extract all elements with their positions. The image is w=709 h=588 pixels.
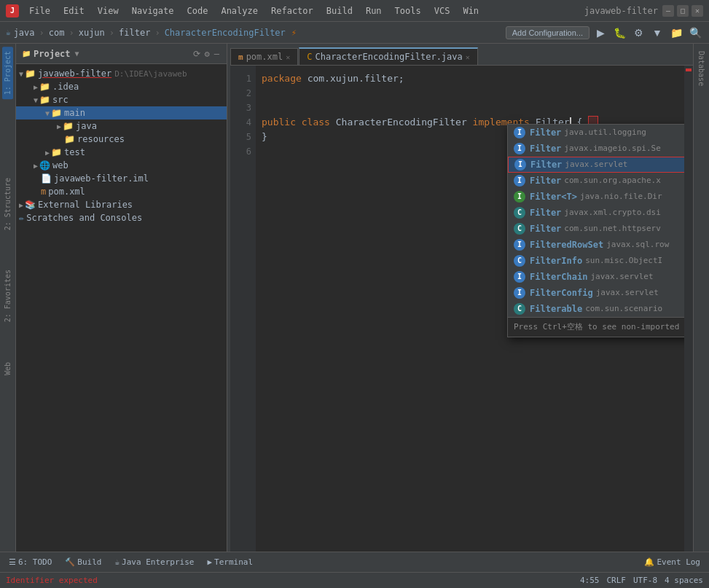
status-encoding[interactable]: UTF-8 [633, 576, 657, 585]
tree-idea[interactable]: ▶ 📁 .idea [16, 80, 227, 93]
ac-icon-7: I [514, 239, 525, 251]
menu-build[interactable]: Build [321, 4, 359, 17]
menu-file[interactable]: File [23, 4, 56, 17]
tab-java[interactable]: C CharacterEncodingFilter.java ✕ [299, 47, 478, 65]
search-button[interactable]: 🔍 [687, 25, 703, 41]
ac-keyword-8: FilterInfo [530, 254, 582, 268]
ac-package-4: java.nio.file.Dir [580, 189, 662, 204]
structure-tab[interactable]: 2: Structure [2, 173, 13, 235]
navigate-icon[interactable]: ⚡ [291, 28, 297, 38]
tree-src[interactable]: ▼ 📁 src [16, 93, 227, 106]
ac-item-2[interactable]: I Filter javax.servlet [508, 157, 684, 173]
minus-icon[interactable]: — [213, 47, 221, 60]
project-tree: ▼ 📁 javaweb-filter D:\IDEA\javaweb ▶ 📁 .… [16, 64, 227, 552]
menu-win[interactable]: Win [457, 4, 485, 17]
menu-edit[interactable]: Edit [58, 4, 90, 17]
ac-item-7[interactable]: I FilteredRowSet javax.sql.row [508, 237, 684, 253]
ac-item-4[interactable]: I Filter<T> java.nio.file.Dir [508, 189, 684, 205]
settings-icon[interactable]: ⚙ [630, 25, 646, 41]
menu-run[interactable]: Run [360, 4, 388, 17]
menu-analyze[interactable]: Analyze [215, 4, 264, 17]
code-editor: 1 2 3 4 5 6 package com.xujun.filter; pu… [230, 66, 693, 552]
autocomplete-dropdown[interactable]: I Filter java.util.logging I Filter java… [507, 124, 684, 337]
maximize-button[interactable]: □ [677, 5, 689, 17]
favorites-tab[interactable]: 2: Favorites [2, 265, 13, 326]
ac-icon-8: C [514, 255, 525, 267]
ac-item-8[interactable]: C FilterInfo sun.misc.ObjectI [508, 253, 684, 269]
error-stripe [684, 66, 693, 552]
todo-button[interactable]: ☰ 6: TODO [6, 556, 55, 568]
tab-pom[interactable]: m pom.xml ✕ [230, 48, 298, 65]
project-header-icons: ⟳ ⚙ — [192, 47, 221, 60]
bottom-toolbar: ☰ 6: TODO 🔨 Build ☕ Java Enterprise ▶ Te… [0, 552, 709, 572]
right-panel: Database [693, 44, 709, 552]
editor-area: m pom.xml ✕ C CharacterEncodingFilter.ja… [230, 44, 693, 552]
ac-keyword-1: Filter [530, 141, 561, 156]
ac-icon-1: I [514, 143, 525, 154]
menu-tools[interactable]: Tools [389, 4, 427, 17]
minimize-button[interactable]: — [662, 5, 674, 17]
sync-icon[interactable]: ⟳ [192, 47, 202, 60]
project-panel: 📁 Project ▼ ⟳ ⚙ — ▼ 📁 javaweb-filter D:\… [16, 44, 227, 552]
close-button[interactable]: ✕ [692, 5, 703, 17]
database-tab[interactable]: Database [696, 47, 707, 90]
status-line-ending[interactable]: CRLF [606, 576, 626, 585]
menu-vcs[interactable]: VCS [428, 4, 456, 17]
status-position[interactable]: 4:55 [580, 576, 600, 585]
title-bar: J File Edit View Navigate Code Analyze R… [0, 0, 709, 22]
breadcrumb-class[interactable]: CharacterEncodingFilter [165, 28, 286, 38]
ac-package-0: java.util.logging [564, 125, 646, 140]
breadcrumb-com[interactable]: com [49, 28, 65, 38]
tree-iml[interactable]: 📄 javaweb-filter.iml [16, 172, 227, 185]
ac-package-11: com.sun.scenario [585, 302, 662, 316]
tab-java-close[interactable]: ✕ [466, 53, 470, 61]
code-line-2 [262, 86, 678, 101]
breadcrumb-filter[interactable]: filter [119, 28, 150, 38]
tree-scratches[interactable]: ✏️ Scratches and Consoles [16, 211, 227, 224]
todo-label: 6: TODO [18, 557, 52, 567]
run-config-button[interactable]: Add Configuration... [506, 26, 589, 39]
java-enterprise-button[interactable]: ☕ Java Enterprise [111, 556, 197, 568]
menu-view[interactable]: View [92, 4, 125, 17]
menu-navigate[interactable]: Navigate [126, 4, 180, 17]
ac-item-5[interactable]: C Filter javax.xml.crypto.dsi [508, 205, 684, 221]
ac-item-9[interactable]: I FilterChain javax.servlet [508, 269, 684, 285]
tab-pom-close[interactable]: ✕ [286, 53, 290, 61]
tree-resources[interactable]: 📁 resources [16, 133, 227, 146]
debug-button[interactable]: 🐛 [611, 25, 627, 41]
event-log-button[interactable]: 🔔 Event Log [641, 556, 703, 568]
run-button[interactable]: ▶ [592, 25, 608, 41]
window-title: javaweb-filter [584, 6, 658, 16]
folder-button[interactable]: 📁 [668, 25, 684, 41]
ac-item-3[interactable]: I Filter com.sun.org.apache.x [508, 173, 684, 189]
dropdown-button[interactable]: ▼ [649, 25, 665, 41]
web-tab[interactable]: Web [2, 358, 13, 380]
build-button[interactable]: 🔨 Build [62, 556, 104, 568]
tree-web[interactable]: ▶ 🌐 web [16, 159, 227, 172]
breadcrumb-xujun[interactable]: xujun [79, 28, 105, 38]
line-numbers: 1 2 3 4 5 6 [230, 66, 256, 552]
ac-item-1[interactable]: I Filter javax.imageio.spi.Se [508, 141, 684, 157]
ac-icon-5: C [514, 207, 525, 219]
ac-item-0[interactable]: I Filter java.util.logging [508, 125, 684, 141]
tree-test[interactable]: ▶ 📁 test [16, 146, 227, 159]
ac-item-10[interactable]: I FilterConfig javax.servlet [508, 285, 684, 301]
menu-refactor[interactable]: Refactor [265, 4, 319, 17]
status-indent[interactable]: 4 spaces [665, 576, 703, 585]
project-tab[interactable]: 1: Project [2, 47, 13, 99]
ac-keyword-11: Filterable [530, 302, 582, 316]
ac-keyword-4: Filter<T> [530, 189, 577, 204]
tree-ext-libs[interactable]: ▶ 📚 External Libraries [16, 198, 227, 211]
code-content[interactable]: package com.xujun.filter; public class C… [256, 66, 684, 552]
java-file-icon: C [307, 52, 312, 62]
ac-item-11[interactable]: C Filterable com.sun.scenario [508, 301, 684, 317]
tree-root[interactable]: ▼ 📁 javaweb-filter D:\IDEA\javaweb [16, 67, 227, 80]
tree-main[interactable]: ▼ 📁 main [16, 106, 227, 119]
terminal-button[interactable]: ▶ Terminal [204, 556, 256, 568]
tree-pom[interactable]: m pom.xml [16, 185, 227, 198]
menu-code[interactable]: Code [181, 4, 214, 17]
gear-icon[interactable]: ⚙ [203, 47, 211, 60]
tree-java[interactable]: ▶ 📁 java [16, 119, 227, 133]
ac-item-6[interactable]: C Filter com.sun.net.httpserv [508, 221, 684, 237]
breadcrumb-java[interactable]: java [14, 28, 35, 38]
